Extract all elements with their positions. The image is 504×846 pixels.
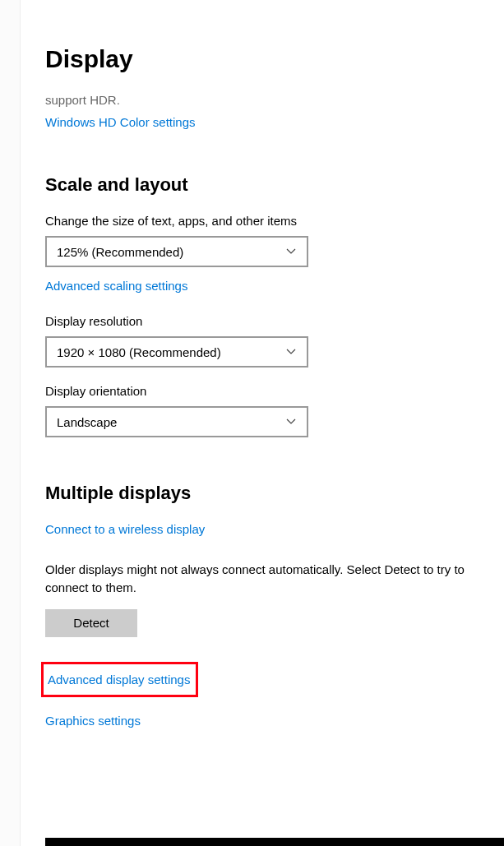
advanced-scaling-link[interactable]: Advanced scaling settings <box>45 279 187 293</box>
scale-layout-heading: Scale and layout <box>45 174 504 196</box>
graphics-settings-link[interactable]: Graphics settings <box>45 714 141 728</box>
resolution-dropdown[interactable]: 1920 × 1080 (Recommended) <box>45 336 308 368</box>
chevron-down-icon <box>285 416 297 428</box>
orientation-dropdown[interactable]: Landscape <box>45 406 308 437</box>
detect-button[interactable]: Detect <box>45 609 137 637</box>
orientation-value: Landscape <box>57 415 117 429</box>
resolution-label: Display resolution <box>45 314 504 328</box>
highlight-callout: Advanced display settings <box>41 662 198 697</box>
hd-color-settings-link[interactable]: Windows HD Color settings <box>45 115 196 129</box>
display-settings-content: Display support HDR. Windows HD Color se… <box>0 0 504 728</box>
connect-wireless-link[interactable]: Connect to a wireless display <box>45 522 205 536</box>
chevron-down-icon <box>285 246 297 257</box>
scale-size-label: Change the size of text, apps, and other… <box>45 214 504 228</box>
multiple-displays-heading: Multiple displays <box>45 483 504 504</box>
scale-size-value: 125% (Recommended) <box>57 245 183 259</box>
scale-size-dropdown[interactable]: 125% (Recommended) <box>45 236 308 267</box>
taskbar-edge <box>45 838 504 846</box>
older-displays-text: Older displays might not always connect … <box>45 561 504 597</box>
resolution-value: 1920 × 1080 (Recommended) <box>57 345 221 359</box>
hdr-support-text: support HDR. <box>45 93 504 107</box>
advanced-display-settings-link[interactable]: Advanced display settings <box>48 673 190 687</box>
left-sidebar-edge <box>0 0 21 846</box>
page-title: Display <box>45 45 504 73</box>
orientation-label: Display orientation <box>45 384 504 398</box>
chevron-down-icon <box>285 346 297 358</box>
